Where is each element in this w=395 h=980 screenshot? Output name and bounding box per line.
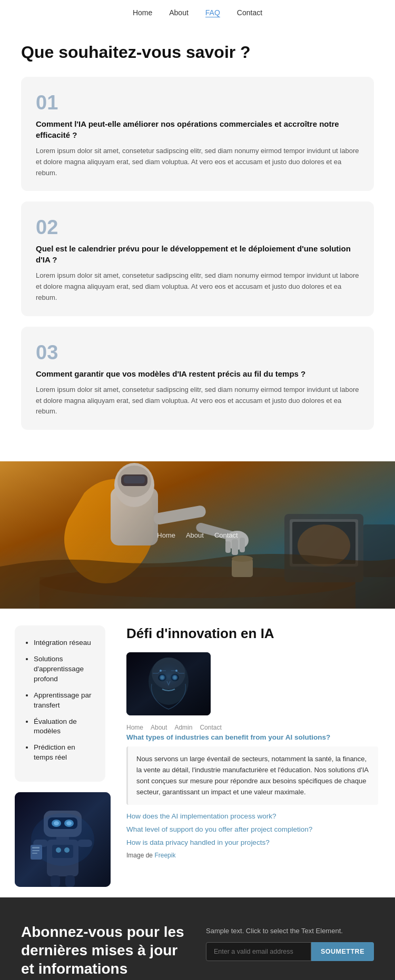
hero-nav-contact: Contact [214,531,238,539]
footer-section: Abonnez-vous pour les dernières mises à … [0,897,395,980]
faq-answer-1: Lorem ipsum dolor sit amet, consetetur s… [36,146,359,178]
faq-question-2: Quel est le calendrier prévu pour le dév… [36,243,359,265]
footer-right: Sample text. Click to select the Text El… [206,923,374,961]
faq-answer-2: Lorem ipsum dolor sit amet, consetetur s… [36,270,359,303]
faq-heading: Que souhaitez-vous savoir ? [21,43,374,62]
faq-card-1: 01 Comment l'IA peut-elle améliorer nos … [21,77,374,191]
svg-rect-13 [225,541,231,553]
freepik-link[interactable]: Freepik [154,852,175,859]
faq-number-1: 01 [36,92,359,114]
bullet-item-3: Apprentissage par transfert [34,691,95,711]
hero-nav-home: Home [157,531,175,539]
hero-image: Home About Contact [0,461,395,609]
hero-overlay-nav: Home About Contact [157,531,238,539]
submit-button[interactable]: SOUMETTRE [311,942,374,961]
svg-rect-12 [240,538,245,552]
faq-number-2: 02 [36,216,359,239]
nav-about[interactable]: About [169,8,189,17]
email-input[interactable] [206,942,311,961]
nav-home[interactable]: Home [133,8,152,17]
svg-rect-36 [65,875,75,887]
bullet-item-4: Évaluation de modèles [34,717,95,737]
overlay-nav-contact: Contact [200,724,221,731]
svg-rect-11 [232,539,238,555]
footer-left: Abonnez-vous pour les dernières mises à … [21,923,189,980]
bullet-item-1: Intégration réseau [34,638,95,648]
hero-nav-about: About [186,531,204,539]
innovation-faq-a1: Nous servons un large éventail de secteu… [126,746,378,805]
nav-contact[interactable]: Contact [237,8,262,17]
innovation-section: Intégration réseau Solutions d'apprentis… [0,609,395,897]
svg-rect-35 [51,875,60,887]
image-credit: Image de Freepik [126,852,378,859]
innovation-left: Intégration réseau Solutions d'apprentis… [0,609,116,897]
innovation-right: Défi d'innovation en IA [116,609,395,897]
bullet-item-2: Solutions d'apprentissage profond [34,654,95,684]
robot-small-svg [15,792,111,887]
innovation-faq-q3[interactable]: What level of support do you offer after… [126,825,378,833]
overlay-nav-home: Home [126,724,143,731]
main-nav: Home About FAQ Contact [0,0,395,26]
innovation-heading: Défi d'innovation en IA [126,625,378,642]
faq-number-3: 03 [36,341,359,364]
nav-faq[interactable]: FAQ [205,8,220,17]
faq-section: Que souhaitez-vous savoir ? 01 Comment l… [0,26,395,461]
robot-small-image [15,792,111,887]
overlay-nav-about: About [151,724,167,731]
svg-point-53 [142,655,195,702]
faq-answer-3: Lorem ipsum dolor sit amet, consetetur s… [36,385,359,417]
ai-face-svg [126,652,211,715]
bullet-list: Intégration réseau Solutions d'apprentis… [15,625,105,782]
faq-question-1: Comment l'IA peut-elle améliorer nos opé… [36,118,359,140]
faq-card-2: 02 Quel est le calendrier prévu pour le … [21,201,374,316]
innovation-faq-q4[interactable]: How is data privacy handled in your proj… [126,838,378,846]
footer-heading: Abonnez-vous pour les dernières mises à … [21,923,189,978]
faq-question-3: Comment garantir que vos modèles d'IA re… [36,368,359,379]
bullet-item-5: Prédiction en temps réel [34,743,95,763]
innovation-faq-list: What types of industries can benefit fro… [126,733,378,846]
innovation-overlay-nav: Home About Admin Contact [126,724,378,731]
svg-rect-40 [32,850,39,851]
svg-rect-39 [32,847,39,848]
faq-card-3: 03 Comment garantir que vos modèles d'IA… [21,327,374,430]
innovation-faq-q1[interactable]: What types of industries can benefit fro… [126,733,378,741]
email-row: SOUMETTRE [206,942,374,961]
svg-rect-7 [124,476,145,483]
overlay-nav-admin: Admin [174,724,192,731]
svg-rect-41 [32,853,37,854]
innovation-faq-q2[interactable]: How does the AI implementation process w… [126,812,378,820]
ai-face-image [126,652,211,715]
footer-sample-text: Sample text. Click to select the Text El… [206,927,374,935]
